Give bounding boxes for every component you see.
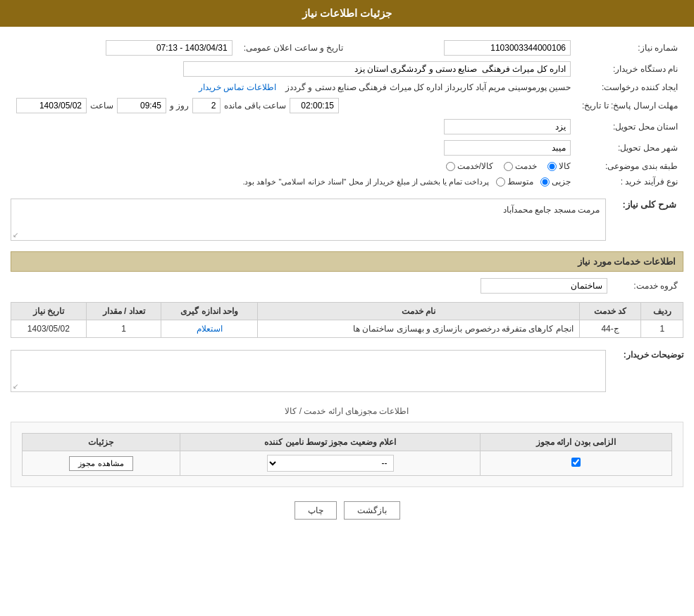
col-quantity: تعداد / مقدار — [86, 303, 161, 320]
date-label: تاریخ و ساعت اعلان عمومی: — [238, 37, 349, 58]
category-kala-khedmat-radio[interactable] — [446, 162, 455, 171]
service-code: ج-44 — [579, 320, 641, 338]
remaining-days-label: روز و — [170, 101, 189, 111]
service-quantity: 1 — [86, 320, 161, 338]
category-khedmat-radio[interactable] — [504, 162, 513, 171]
service-date: 1403/05/02 — [11, 320, 87, 338]
deadline-time-input[interactable] — [117, 98, 166, 113]
col-date: تاریخ نیاز — [11, 303, 87, 320]
lic-col-required: الزامی بودن ارائه مجوز — [481, 434, 672, 451]
buyer-notes-label: توضیحات خریدار: — [613, 346, 683, 360]
deadline-label: مهلت ارسال پاسخ: تا تاریخ: — [576, 95, 683, 116]
lic-col-status: اعلام وضعیت مجوز توسط نامین کننده — [180, 434, 480, 451]
buyer-org-input[interactable] — [183, 61, 571, 77]
category-kala-khedmat-label: کالا/خدمت — [457, 161, 493, 171]
licenses-header: اطلاعات مجوزهای ارائه خدمت / کالا — [11, 406, 683, 416]
license-required-checkbox[interactable] — [571, 458, 581, 467]
back-button[interactable]: بازگشت — [344, 501, 400, 520]
deadline-time-label: ساعت — [90, 101, 113, 111]
category-kala-radio[interactable] — [547, 162, 557, 171]
deadline-date-input[interactable] — [16, 98, 87, 113]
date-input[interactable] — [106, 40, 233, 56]
license-status-select[interactable]: -- — [267, 455, 394, 472]
province-label: استان محل تحویل: — [576, 116, 683, 137]
contact-link[interactable]: اطلاعات تماس خریدار — [199, 82, 276, 92]
purchase-type-jozii-radio[interactable] — [540, 177, 550, 187]
services-table-row: 1 ج-44 انجام کارهای متفرقه درخصوص بازساز… — [11, 320, 683, 338]
license-status: -- — [180, 451, 480, 476]
col-name: نام خدمت — [258, 303, 580, 320]
description-text: مرمت مسجد جامع محمدآباد — [503, 205, 600, 215]
purchase-type-label: نوع فرآیند خرید : — [576, 174, 683, 189]
remaining-time-input[interactable] — [290, 98, 339, 113]
services-section-header: اطلاعات خدمات مورد نیاز — [11, 251, 683, 272]
print-button[interactable]: چاپ — [295, 501, 337, 520]
page-title: جزئیات اطلاعات نیاز — [0, 0, 694, 27]
col-code: کد خدمت — [579, 303, 641, 320]
remaining-days-input[interactable] — [192, 98, 221, 113]
col-row: ردیف — [641, 303, 683, 320]
need-number-label: شماره نیاز: — [576, 37, 683, 58]
lic-col-details: جزئیات — [23, 434, 180, 451]
service-row-num: 1 — [641, 320, 683, 338]
city-input[interactable] — [444, 140, 571, 156]
city-label: شهر محل تحویل: — [576, 137, 683, 158]
creator-label: ایجاد کننده درخواست: — [576, 80, 683, 95]
category-kala-label: کالا — [559, 161, 571, 171]
buyer-org-label: نام دستگاه خریدار: — [576, 58, 683, 80]
purchase-type-mutawassit-label: متوسط — [507, 177, 533, 187]
service-group-label: گروه خدمت: — [613, 275, 683, 296]
service-unit: استعلام — [161, 320, 258, 338]
license-required — [481, 451, 672, 476]
category-label: طبقه بندی موضوعی: — [576, 158, 683, 174]
service-name: انجام کارهای متفرقه درخصوص بازسازی و بهس… — [258, 320, 580, 338]
description-label: شرح کلی نیاز: — [613, 195, 683, 214]
licenses-table-row: -- مشاهده مجوز — [23, 451, 672, 476]
purchase-type-jozii-label: جزیی — [552, 177, 571, 187]
col-unit: واحد اندازه گیری — [161, 303, 258, 320]
purchase-type-note: پرداخت تمام یا بخشی از مبلغ خریدار از مح… — [242, 177, 489, 187]
need-number-input[interactable] — [444, 40, 571, 56]
province-input[interactable] — [444, 119, 571, 134]
view-license-button[interactable]: مشاهده مجوز — [69, 456, 132, 471]
remaining-time-label: ساعت باقی مانده — [224, 101, 286, 111]
purchase-type-mutawassit-radio[interactable] — [496, 177, 505, 187]
category-khedmat-label: خدمت — [515, 161, 537, 171]
creator-value: حسین پورموسینی مریم آباد کاربرداز اداره … — [285, 82, 571, 92]
service-group-input[interactable] — [481, 278, 607, 294]
license-details: مشاهده مجوز — [23, 451, 180, 476]
